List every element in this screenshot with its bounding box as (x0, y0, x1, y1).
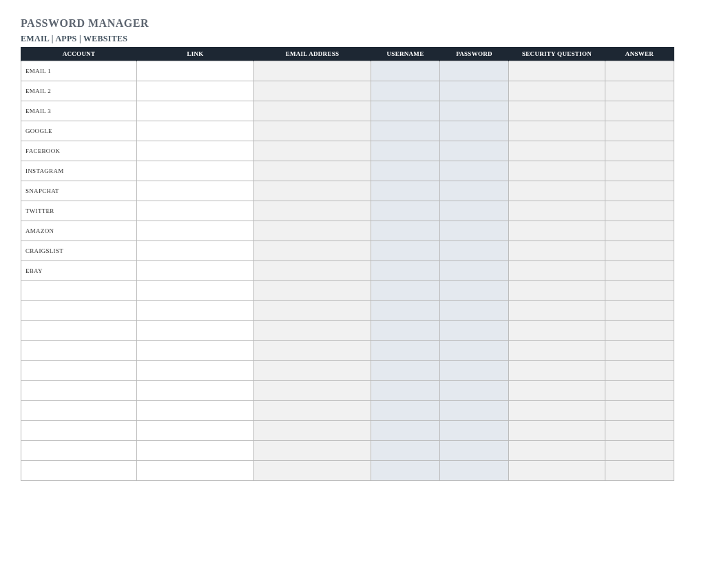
cell-password[interactable] (440, 301, 509, 321)
cell-email[interactable] (254, 261, 371, 281)
cell-secq[interactable] (509, 241, 605, 261)
cell-password[interactable] (440, 161, 509, 181)
cell-answer[interactable] (605, 281, 674, 301)
cell-secq[interactable] (509, 361, 605, 381)
cell-password[interactable] (440, 181, 509, 201)
cell-answer[interactable] (605, 81, 674, 101)
cell-link[interactable] (137, 441, 254, 461)
cell-password[interactable] (440, 121, 509, 141)
cell-username[interactable] (371, 461, 440, 481)
cell-link[interactable] (137, 461, 254, 481)
cell-email[interactable] (254, 241, 371, 261)
cell-link[interactable] (137, 401, 254, 421)
cell-secq[interactable] (509, 281, 605, 301)
cell-secq[interactable] (509, 161, 605, 181)
cell-account[interactable]: FACEBOOK (21, 141, 137, 161)
cell-email[interactable] (254, 181, 371, 201)
cell-link[interactable] (137, 141, 254, 161)
cell-username[interactable] (371, 261, 440, 281)
cell-account[interactable]: CRAIGSLIST (21, 241, 137, 261)
cell-secq[interactable] (509, 81, 605, 101)
cell-answer[interactable] (605, 381, 674, 401)
cell-account[interactable] (21, 281, 137, 301)
cell-email[interactable] (254, 441, 371, 461)
cell-secq[interactable] (509, 221, 605, 241)
cell-account[interactable] (21, 341, 137, 361)
cell-link[interactable] (137, 261, 254, 281)
cell-answer[interactable] (605, 221, 674, 241)
cell-account[interactable] (21, 301, 137, 321)
cell-answer[interactable] (605, 161, 674, 181)
cell-email[interactable] (254, 461, 371, 481)
cell-password[interactable] (440, 401, 509, 421)
cell-password[interactable] (440, 141, 509, 161)
cell-secq[interactable] (509, 141, 605, 161)
cell-email[interactable] (254, 121, 371, 141)
cell-username[interactable] (371, 441, 440, 461)
cell-secq[interactable] (509, 401, 605, 421)
cell-account[interactable] (21, 381, 137, 401)
cell-answer[interactable] (605, 261, 674, 281)
cell-username[interactable] (371, 341, 440, 361)
cell-password[interactable] (440, 381, 509, 401)
cell-email[interactable] (254, 421, 371, 441)
cell-email[interactable] (254, 341, 371, 361)
cell-email[interactable] (254, 321, 371, 341)
cell-username[interactable] (371, 141, 440, 161)
cell-password[interactable] (440, 201, 509, 221)
cell-email[interactable] (254, 201, 371, 221)
cell-answer[interactable] (605, 61, 674, 81)
cell-secq[interactable] (509, 101, 605, 121)
cell-password[interactable] (440, 261, 509, 281)
cell-password[interactable] (440, 101, 509, 121)
cell-account[interactable]: EBAY (21, 261, 137, 281)
cell-password[interactable] (440, 81, 509, 101)
cell-password[interactable] (440, 421, 509, 441)
cell-secq[interactable] (509, 121, 605, 141)
cell-password[interactable] (440, 361, 509, 381)
cell-username[interactable] (371, 121, 440, 141)
cell-username[interactable] (371, 301, 440, 321)
cell-email[interactable] (254, 281, 371, 301)
cell-secq[interactable] (509, 61, 605, 81)
cell-username[interactable] (371, 381, 440, 401)
cell-password[interactable] (440, 441, 509, 461)
cell-answer[interactable] (605, 201, 674, 221)
cell-secq[interactable] (509, 441, 605, 461)
cell-secq[interactable] (509, 261, 605, 281)
cell-link[interactable] (137, 121, 254, 141)
cell-answer[interactable] (605, 401, 674, 421)
cell-username[interactable] (371, 161, 440, 181)
cell-account[interactable]: AMAZON (21, 221, 137, 241)
cell-link[interactable] (137, 361, 254, 381)
cell-account[interactable] (21, 441, 137, 461)
cell-secq[interactable] (509, 421, 605, 441)
cell-username[interactable] (371, 361, 440, 381)
cell-answer[interactable] (605, 341, 674, 361)
cell-account[interactable]: TWITTER (21, 201, 137, 221)
cell-account[interactable] (21, 461, 137, 481)
cell-link[interactable] (137, 81, 254, 101)
cell-password[interactable] (440, 461, 509, 481)
cell-link[interactable] (137, 341, 254, 361)
cell-account[interactable]: SNAPCHAT (21, 181, 137, 201)
cell-username[interactable] (371, 221, 440, 241)
cell-secq[interactable] (509, 461, 605, 481)
cell-account[interactable]: EMAIL 1 (21, 61, 137, 81)
cell-username[interactable] (371, 281, 440, 301)
cell-link[interactable] (137, 301, 254, 321)
cell-account[interactable] (21, 321, 137, 341)
cell-account[interactable] (21, 361, 137, 381)
cell-email[interactable] (254, 61, 371, 81)
cell-link[interactable] (137, 321, 254, 341)
cell-username[interactable] (371, 181, 440, 201)
cell-username[interactable] (371, 201, 440, 221)
cell-email[interactable] (254, 301, 371, 321)
cell-secq[interactable] (509, 381, 605, 401)
cell-account[interactable] (21, 401, 137, 421)
cell-secq[interactable] (509, 181, 605, 201)
cell-answer[interactable] (605, 441, 674, 461)
cell-secq[interactable] (509, 321, 605, 341)
cell-username[interactable] (371, 61, 440, 81)
cell-password[interactable] (440, 61, 509, 81)
